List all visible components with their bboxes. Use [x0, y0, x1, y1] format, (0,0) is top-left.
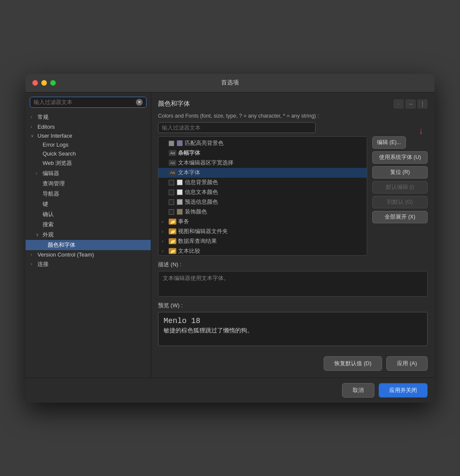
item-label: 条幅字体 [178, 150, 200, 157]
sidebar-item-keys[interactable]: 键 [26, 199, 151, 209]
checkbox-icon[interactable] [169, 141, 174, 146]
nav-forward-button[interactable]: → [405, 99, 416, 109]
sidebar-item-changgui[interactable]: › 常规 [26, 112, 151, 122]
sidebar-item-user-interface[interactable]: ∨ User Interface [26, 131, 151, 140]
restore-defaults-button[interactable]: 恢复默认值 (D) [324, 356, 382, 371]
item-label: 装饰颜色 [185, 208, 207, 216]
restore-button[interactable]: 复位 (R) [372, 166, 428, 179]
item-label: 文本比较 [178, 248, 200, 255]
sidebar-item-search[interactable]: 搜索 [26, 219, 151, 230]
checkbox-icon[interactable] [169, 190, 174, 195]
list-item[interactable]: 信息文本颜色 [158, 188, 367, 197]
item-label: 事务 [178, 218, 189, 225]
sidebar-item-label: 确认 [43, 211, 54, 218]
apply-close-button[interactable]: 应用并关闭 [379, 383, 428, 398]
panel-title: 颜色和字体 [158, 100, 190, 108]
apply-button[interactable]: 应用 (A) [386, 356, 428, 371]
font-icon: Aa [169, 160, 176, 166]
folder-icon: 📁 [169, 248, 176, 254]
sidebar-item-colors-fonts[interactable]: 颜色和字体 [26, 240, 151, 250]
color-font-area: 匹配高亮背景色 Aa 条幅字体 Aa 文本编辑器区字宽选择 [158, 136, 428, 256]
list-item[interactable]: Aa 文本字体 [158, 168, 367, 178]
sidebar-item-query[interactable]: 查询管理 [26, 179, 151, 189]
sidebar-item-error-logs[interactable]: Error Logs [26, 140, 151, 149]
font-icon: Aa [169, 150, 176, 156]
list-item[interactable]: Aa 条幅字体 [158, 148, 367, 158]
list-item[interactable]: › 📁 事务 [158, 217, 367, 227]
list-item[interactable]: › 📁 文本比较 [158, 246, 367, 256]
sidebar-item-confirm[interactable]: 确认 [26, 209, 151, 219]
item-label: 视图和编辑器文件夹 [178, 228, 228, 235]
preview-label: 预览 (W) : [158, 302, 428, 309]
item-label: 匹配高亮背景色 [185, 140, 224, 147]
action-buttons: ↓ 编辑 (E)... 使用系统字体 (U) 复位 (R) 默认编辑 (i) 到… [372, 136, 428, 256]
filter-input[interactable] [158, 122, 316, 133]
sidebar-item-label: Error Logs [43, 141, 69, 148]
arrow-icon: ∨ [31, 133, 37, 138]
window-title: 首选项 [221, 79, 239, 87]
sidebar-item-web-browser[interactable]: Web 浏览器 [26, 158, 151, 168]
red-arrow-indicator: ↓ [419, 125, 423, 136]
sidebar-item-label: 常规 [37, 113, 49, 121]
default-edit-button[interactable]: 默认编辑 (i) [372, 181, 428, 193]
item-label: 信息文本颜色 [185, 189, 218, 196]
sidebar-item-label: Web 浏览器 [43, 159, 72, 167]
maximize-button[interactable] [50, 80, 56, 86]
sidebar-item-label: User Interface [37, 133, 72, 139]
to-default-button[interactable]: 到默认 (G) [372, 196, 428, 208]
sidebar-item-editor[interactable]: › 编辑器 [26, 168, 151, 179]
sidebar-item-appearance[interactable]: ∨ 外观 [26, 230, 151, 240]
sidebar-item-quick-search[interactable]: Quick Search [26, 149, 151, 158]
sidebar-item-label: 键 [43, 200, 48, 208]
list-item[interactable]: 装饰颜色 [158, 207, 367, 217]
list-item[interactable]: › 📁 视图和编辑器文件夹 [158, 227, 367, 237]
sidebar-item-connection[interactable]: › 连接 [26, 259, 151, 269]
close-button[interactable] [32, 80, 38, 86]
traffic-lights [32, 80, 56, 86]
footer-bar: 取消 应用并关闭 [26, 378, 434, 403]
list-item[interactable]: › 📁 数据库查询结果 [158, 237, 367, 246]
arrow-icon: ∨ [36, 232, 42, 237]
search-box[interactable]: ✕ [30, 97, 147, 108]
preview-sample-text: 敏捷的棕色狐狸跳过了懒惰的狗。 [164, 327, 422, 335]
filter-input-row [158, 122, 428, 133]
item-label: 数据库查询结果 [178, 238, 217, 245]
sidebar-item-label: Quick Search [43, 150, 76, 157]
cancel-button[interactable]: 取消 [342, 383, 374, 398]
sidebar-item-navigator[interactable]: 导航器 [26, 189, 151, 199]
color-swatch [177, 189, 183, 195]
sidebar-item-editors[interactable]: › Editors [26, 122, 151, 131]
checkbox-icon[interactable] [169, 209, 174, 215]
titlebar: 首选项 [26, 74, 434, 92]
sidebar-item-label: Editors [37, 124, 55, 130]
content-area: ✕ › 常规 › Editors ∨ User Interface Error … [26, 92, 434, 378]
item-label: 信息背景颜色 [185, 179, 218, 186]
checkbox-icon[interactable] [169, 199, 174, 205]
checkbox-icon[interactable] [169, 180, 174, 185]
search-clear-button[interactable]: ✕ [136, 99, 143, 106]
sidebar-item-label: Version Control (Team) [37, 251, 94, 258]
sidebar-item-label: 连接 [37, 260, 49, 268]
item-label: 文本字体 [178, 169, 200, 176]
expand-all-button[interactable]: 全部展开 (X) [372, 211, 428, 223]
sidebar-item-version-control[interactable]: › Version Control (Team) [26, 250, 151, 259]
nav-more-button[interactable]: ⋮ [417, 99, 428, 109]
color-swatch [177, 140, 183, 146]
arrow-icon: › [31, 252, 37, 257]
list-item[interactable]: 信息背景颜色 [158, 178, 367, 188]
sidebar-item-label: 查询管理 [43, 180, 65, 188]
list-item[interactable]: Aa 文本编辑器区字宽选择 [158, 158, 367, 168]
nav-back-button[interactable]: ← [394, 99, 404, 109]
color-font-tree[interactable]: 匹配高亮背景色 Aa 条幅字体 Aa 文本编辑器区字宽选择 [158, 136, 367, 256]
description-text: 文本编辑器使用文本字体。 [163, 275, 229, 281]
list-item[interactable]: 匹配高亮背景色 [158, 138, 367, 148]
minimize-button[interactable] [41, 80, 47, 86]
use-system-font-button[interactable]: 使用系统字体 (U) [372, 151, 428, 164]
sidebar-search-input[interactable] [34, 99, 136, 105]
panel-description: Colors and Fonts (font, size, type, ? = … [158, 113, 428, 119]
list-item[interactable]: 预选信息颜色 [158, 197, 367, 207]
color-swatch [177, 209, 183, 215]
edit-button[interactable]: 编辑 (E)... [372, 136, 406, 149]
folder-icon: 📁 [169, 219, 176, 225]
arrow-icon: › [162, 239, 167, 244]
